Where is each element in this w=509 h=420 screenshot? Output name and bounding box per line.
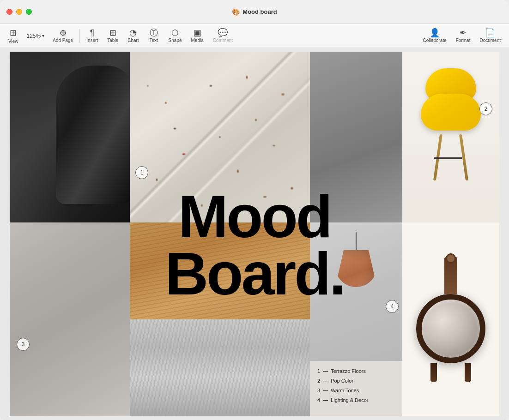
media-label: Media xyxy=(191,38,204,43)
format-label: Format xyxy=(456,38,471,43)
comment-icon: 💬 xyxy=(218,29,228,37)
collaborate-label: Collaborate xyxy=(423,38,447,43)
wood-fur-cell xyxy=(130,222,310,416)
add-page-label: Add Page xyxy=(53,38,73,43)
slide: 1 — Terrazzo Floors 2 — Pop Color 3 — xyxy=(10,52,499,416)
shape-label: Shape xyxy=(169,38,182,43)
title-label: Mood board xyxy=(242,8,277,15)
mirror-straps-bottom xyxy=(430,363,471,382)
lamp-legend-cell: 1 — Terrazzo Floors 2 — Pop Color 3 — xyxy=(310,222,402,416)
legend-item-3: 3 — Warm Tones xyxy=(317,386,395,396)
table-label: Table xyxy=(107,38,118,43)
chart-button[interactable]: ◔ Chart xyxy=(123,27,143,45)
insert-button[interactable]: ¶ Insert xyxy=(82,27,103,45)
mirror-cell xyxy=(402,222,499,416)
comment-button[interactable]: 💬 Comment xyxy=(208,27,237,45)
pendant-lamp xyxy=(335,232,377,287)
legend-dash-3: — xyxy=(323,386,328,396)
window-controls xyxy=(6,9,32,15)
leather-chair-cell xyxy=(10,52,130,222)
legend-num-2: 2 xyxy=(317,376,320,386)
legend-item-2: 2 — Pop Color xyxy=(317,376,395,386)
legend-num-3: 3 xyxy=(317,386,320,396)
legend-num-4: 4 xyxy=(317,396,320,405)
legend-dash-1: — xyxy=(323,366,328,376)
mirror-strap-top xyxy=(444,257,457,294)
app-window: 🎨 Mood board ⊞ View 125% ▾ ⊕ Add Page ¶ … xyxy=(0,0,509,420)
shape-icon: ⬡ xyxy=(171,29,179,37)
chair-legs xyxy=(436,134,465,180)
document-icon: 📄 xyxy=(485,29,495,37)
media-button[interactable]: ▣ Media xyxy=(187,27,208,45)
mirror-circle xyxy=(416,294,485,363)
view-button[interactable]: ⊞ View xyxy=(4,26,23,46)
chart-label: Chart xyxy=(127,38,139,43)
maximize-button[interactable] xyxy=(26,9,32,15)
zoom-control[interactable]: 125% ▾ xyxy=(23,31,48,41)
toolbar: ⊞ View 125% ▾ ⊕ Add Page ¶ Insert ⊞ Tabl… xyxy=(0,24,509,48)
yellow-chair-image xyxy=(402,52,499,222)
page-badge-2: 2 xyxy=(479,102,492,115)
minimize-button[interactable] xyxy=(16,9,22,15)
zoom-value: 125% xyxy=(27,33,41,39)
toolbar-right: 👤 Collaborate ✒ Format 📄 Document xyxy=(418,27,505,45)
add-page-icon: ⊕ xyxy=(60,29,67,37)
legend-num-1: 1 xyxy=(317,366,320,376)
text-icon: Ⓣ xyxy=(150,29,158,37)
mood-board-grid: 1 — Terrazzo Floors 2 — Pop Color 3 — xyxy=(10,52,499,416)
plaster-wall-cell xyxy=(10,222,130,416)
canvas: 1 — Terrazzo Floors 2 — Pop Color 3 — xyxy=(0,48,509,420)
yellow-chair-cell xyxy=(402,52,499,222)
lamp-cord xyxy=(356,232,357,250)
chair-seat xyxy=(421,94,481,131)
fur-image xyxy=(130,319,310,416)
legend-label-4: Lighting & Decor xyxy=(331,396,368,405)
page-badge-3: 3 xyxy=(17,338,30,351)
mirror-container xyxy=(416,257,485,382)
page-badge-1: 1 xyxy=(135,166,148,179)
plaster-wall-image xyxy=(10,222,130,416)
format-button[interactable]: ✒ Format xyxy=(451,27,475,45)
table-icon: ⊞ xyxy=(109,29,116,37)
legend-dash-4: — xyxy=(323,396,328,405)
legend-dash-2: — xyxy=(323,376,328,386)
title-icon: 🎨 xyxy=(232,8,240,16)
leather-chair-image xyxy=(10,52,130,222)
comment-label: Comment xyxy=(213,38,233,43)
wood-image xyxy=(130,222,310,319)
concrete-cell xyxy=(310,52,402,222)
chart-icon: ◔ xyxy=(129,29,137,37)
terrazzo-image xyxy=(130,52,310,222)
text-button[interactable]: Ⓣ Text xyxy=(144,27,164,45)
text-label: Text xyxy=(149,38,158,43)
legend-label-3: Warm Tones xyxy=(331,386,359,396)
window-title: 🎨 Mood board xyxy=(232,8,277,16)
document-button[interactable]: 📄 Document xyxy=(475,27,505,45)
mirror-strap-bottom-left xyxy=(430,363,437,382)
shape-button[interactable]: ⬡ Shape xyxy=(164,27,187,45)
toolbar-separator-1 xyxy=(79,29,80,43)
terrazzo-cell xyxy=(130,52,310,222)
collaborate-icon: 👤 xyxy=(430,29,440,37)
add-page-button[interactable]: ⊕ Add Page xyxy=(48,27,78,45)
lamp-shade xyxy=(335,250,377,287)
view-label: View xyxy=(8,39,18,44)
legend-item-4: 4 — Lighting & Decor xyxy=(317,396,395,405)
collaborate-button[interactable]: 👤 Collaborate xyxy=(418,27,451,45)
legend-label-2: Pop Color xyxy=(331,376,353,386)
chair-crossbar xyxy=(434,157,462,159)
page-badge-4: 4 xyxy=(386,300,399,313)
legend-label-1: Terrazzo Floors xyxy=(331,366,366,376)
media-icon: ▣ xyxy=(194,29,201,37)
lamp-area xyxy=(310,222,402,361)
zoom-chevron-icon: ▾ xyxy=(42,33,44,38)
format-icon: ✒ xyxy=(460,29,467,37)
legend-item-1: 1 — Terrazzo Floors xyxy=(317,366,395,376)
close-button[interactable] xyxy=(6,9,12,15)
legend-area: 1 — Terrazzo Floors 2 — Pop Color 3 — xyxy=(310,361,402,416)
document-label: Document xyxy=(479,38,501,43)
titlebar: 🎨 Mood board xyxy=(0,0,509,24)
view-icon: ⊞ xyxy=(10,28,17,38)
table-button[interactable]: ⊞ Table xyxy=(103,27,123,45)
yellow-chair xyxy=(421,94,481,180)
